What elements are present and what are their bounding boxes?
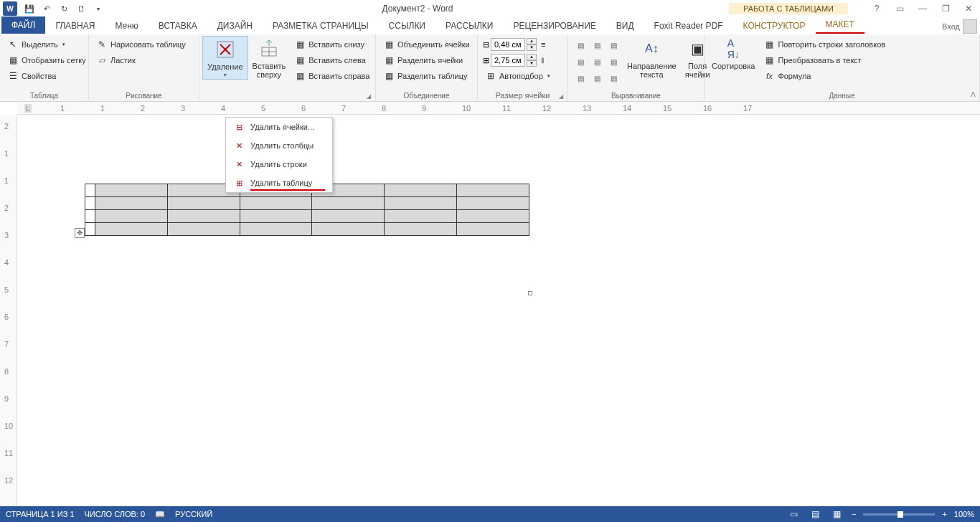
insert-below-button[interactable]: ▦Вставить снизу (291, 37, 372, 52)
col-width-input[interactable] (491, 54, 525, 67)
print-layout-icon[interactable]: ▤ (809, 508, 823, 520)
status-bar: СТРАНИЦА 1 ИЗ 1 ЧИСЛО СЛОВ: 0 📖 РУССКИЙ … (0, 506, 980, 522)
avatar-icon (963, 19, 977, 34)
align-tr[interactable]: ▤ (606, 37, 621, 53)
word-count[interactable]: ЧИСЛО СЛОВ: 0 (85, 510, 146, 518)
autofit-button[interactable]: ⊞Автоподбор▾ (482, 69, 553, 83)
group-label-merge: Объединение (379, 90, 474, 101)
group-alignment: ▤▤▤ ▤▤▤ ▤▤▤ A↕ Направление текста ▣ Поля… (568, 34, 705, 101)
spellcheck-icon[interactable]: 📖 (155, 510, 165, 519)
repeat-header-button[interactable]: ▦Повторить строки заголовков (760, 37, 888, 52)
tab-design[interactable]: ДИЗАЙН (207, 18, 263, 34)
table-row (85, 223, 529, 236)
minimize-icon[interactable]: — (914, 0, 931, 17)
view-gridlines-button[interactable]: ▦Отобразить сетку (4, 53, 89, 67)
split-cells-button[interactable]: ▦Разделить ячейки (380, 53, 473, 67)
split-cells-icon: ▦ (383, 54, 395, 66)
tab-constructor[interactable]: КОНСТРУКТОР (733, 18, 816, 34)
collapse-ribbon-icon[interactable]: ᐱ (971, 90, 976, 98)
pencil-icon: ✎ (96, 39, 108, 50)
properties-button[interactable]: ☰Свойства (4, 69, 89, 83)
tab-view[interactable]: ВИД (606, 18, 644, 34)
vertical-ruler[interactable]: 21123456789101112 (0, 115, 17, 506)
row-height-input[interactable] (491, 38, 525, 51)
qat-dropdown-icon[interactable]: ▾ (90, 1, 106, 16)
tab-mailings[interactable]: РАССЫЛКИ (435, 18, 503, 34)
insert-above-button[interactable]: Вставить сверху (248, 36, 291, 80)
insert-left-button[interactable]: ▦Вставить слева (291, 53, 372, 67)
language-indicator[interactable]: РУССКИЙ (175, 510, 212, 518)
align-mc[interactable]: ▤ (589, 54, 605, 70)
word-app-icon[interactable]: W (3, 1, 17, 16)
align-tc[interactable]: ▤ (589, 37, 605, 53)
width-up[interactable]: ▲ (527, 54, 537, 60)
group-label-rows-cols: ◢ (202, 90, 372, 101)
web-layout-icon[interactable]: ▦ (830, 508, 844, 520)
align-bc[interactable]: ▤ (589, 70, 605, 86)
delete-table-item[interactable]: ⊞Удалить таблицу (226, 174, 332, 192)
split-table-button[interactable]: ▦Разделить таблицу (380, 69, 473, 83)
select-button[interactable]: ↖Выделить▾ (4, 37, 89, 52)
text-direction-button[interactable]: A↕ Направление текста (623, 36, 681, 80)
delete-columns-item[interactable]: ✕Удалить столбцы (226, 136, 332, 155)
zoom-in-icon[interactable]: + (942, 510, 946, 518)
read-mode-icon[interactable]: ▭ (787, 508, 801, 520)
tab-layout-table[interactable]: МАКЕТ (816, 16, 864, 34)
zoom-level[interactable]: 100% (954, 510, 974, 518)
horizontal-ruler[interactable]: L 11234567891011121314151617 (17, 102, 980, 115)
eraser-button[interactable]: ▱Ластик (93, 53, 189, 67)
align-br[interactable]: ▤ (606, 70, 621, 86)
align-ml[interactable]: ▤ (573, 54, 588, 70)
width-down[interactable]: ▼ (527, 60, 537, 67)
align-tl[interactable]: ▤ (573, 37, 588, 53)
restore-icon[interactable]: ❐ (937, 0, 954, 17)
delete-cells-icon: ⊟ (233, 121, 245, 133)
contextual-tab-label: РАБОТА С ТАБЛИЦАМИ (729, 3, 848, 14)
draw-table-button[interactable]: ✎Нарисовать таблицу (93, 37, 189, 52)
merge-cells-button[interactable]: ▦Объединить ячейки (380, 37, 473, 52)
save-icon[interactable]: 💾 (22, 1, 37, 16)
merge-icon: ▦ (383, 39, 395, 50)
page-indicator[interactable]: СТРАНИЦА 1 ИЗ 1 (6, 510, 75, 518)
document-area[interactable]: ⊟Удалить ячейки... ✕Удалить столбцы ✕Уда… (17, 115, 980, 506)
align-mr[interactable]: ▤ (606, 54, 621, 70)
zoom-out-icon[interactable]: − (852, 510, 856, 518)
tab-file[interactable]: ФАЙЛ (1, 16, 45, 34)
distribute-rows-icon[interactable]: ≡ (541, 40, 545, 49)
delete-rows-item[interactable]: ✕Удалить строки (226, 155, 332, 174)
sort-icon: AЯ↓ (722, 37, 745, 60)
sort-button[interactable]: AЯ↓ Сортировка (707, 36, 759, 72)
delete-cells-item[interactable]: ⊟Удалить ячейки... (226, 118, 332, 136)
ribbon-display-icon[interactable]: ▭ (891, 0, 908, 17)
table-resize-handle[interactable] (528, 291, 532, 295)
distribute-cols-icon[interactable]: ⦀ (541, 56, 545, 65)
convert-text-button[interactable]: ▦Преобразовать в текст (760, 53, 888, 67)
insert-right-button[interactable]: ▦Вставить справа (291, 69, 372, 83)
height-down[interactable]: ▼ (527, 44, 537, 51)
tab-menu[interactable]: Меню (105, 18, 148, 34)
tab-insert[interactable]: ВСТАВКА (149, 18, 207, 34)
height-up[interactable]: ▲ (527, 38, 537, 44)
table-move-handle[interactable]: ✥ (75, 228, 85, 238)
group-merge: ▦Объединить ячейки ▦Разделить ячейки ▦Ра… (376, 34, 478, 101)
align-bl[interactable]: ▤ (573, 70, 588, 86)
formula-button[interactable]: fxФормула (760, 69, 888, 83)
dialog-launcher-icon[interactable]: ◢ (367, 93, 371, 100)
tab-references[interactable]: ССЫЛКИ (379, 18, 435, 34)
close-icon[interactable]: ✕ (960, 0, 977, 17)
tab-review[interactable]: РЕЦЕНЗИРОВАНИЕ (503, 18, 606, 34)
tab-page-layout[interactable]: РАЗМЕТКА СТРАНИЦЫ (263, 18, 379, 34)
undo-icon[interactable]: ↶ (39, 1, 55, 16)
insert-left-icon: ▦ (294, 54, 306, 66)
new-doc-icon[interactable]: 🗋 (73, 1, 89, 16)
zoom-slider[interactable] (863, 513, 935, 516)
help-icon[interactable]: ? (868, 0, 885, 17)
dialog-launcher-icon[interactable]: ◢ (559, 93, 563, 100)
redo-icon[interactable]: ↻ (56, 1, 72, 16)
sign-in[interactable]: Вход (942, 19, 977, 34)
tab-home[interactable]: ГЛАВНАЯ (45, 18, 105, 34)
tab-foxit[interactable]: Foxit Reader PDF (644, 18, 733, 34)
page: ✥ (85, 184, 651, 236)
delete-button[interactable]: Удаление ▼ (202, 36, 248, 80)
table-row (85, 197, 529, 210)
